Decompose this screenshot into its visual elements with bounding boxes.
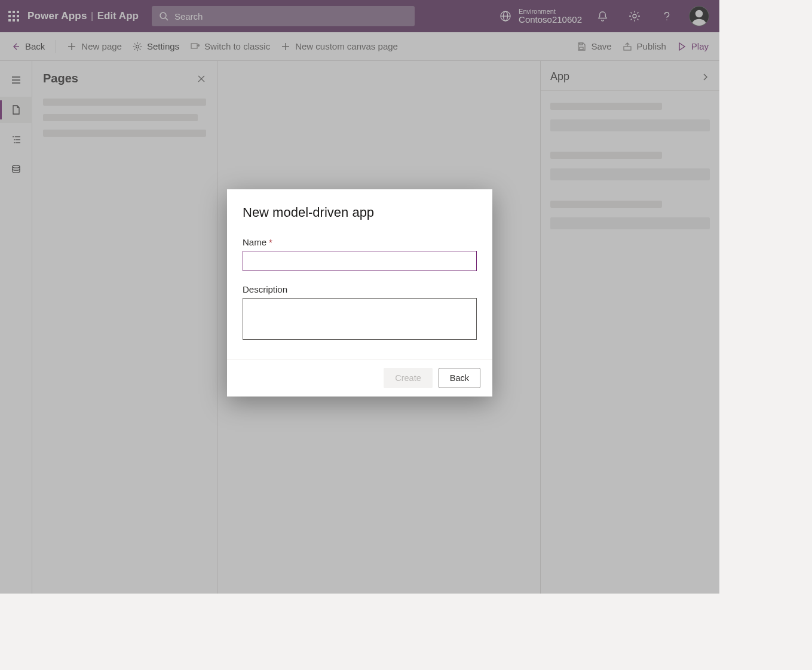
name-field-label: Name* [243, 237, 477, 247]
name-input[interactable] [243, 251, 477, 271]
description-input[interactable] [243, 298, 477, 340]
description-field-label: Description [243, 284, 477, 294]
new-app-modal: New model-driven app Name* Description C… [227, 189, 492, 397]
modal-footer: Create Back [227, 359, 492, 397]
create-button[interactable]: Create [384, 368, 433, 388]
modal-title: New model-driven app [243, 205, 477, 220]
app-root: Power Apps | Edit App Environment Contos… [0, 0, 719, 594]
modal-back-button[interactable]: Back [439, 368, 480, 388]
